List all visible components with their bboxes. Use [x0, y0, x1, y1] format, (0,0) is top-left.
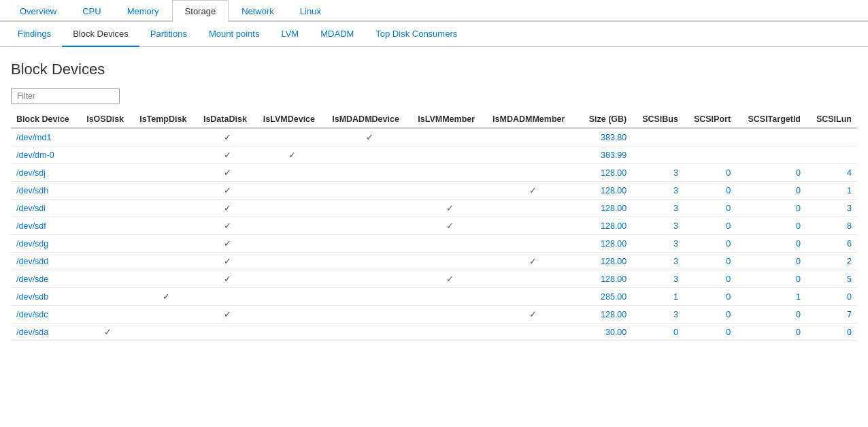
sub-nav-item-top-disk-consumers[interactable]: Top Disk Consumers — [365, 22, 468, 47]
cell-isOsDisk — [81, 235, 134, 253]
cell-isLvmMember — [412, 235, 487, 253]
block-devices-table: Block DeviceIsOSDiskIsTempDiskIsDataDisk… — [11, 111, 857, 341]
cell-isTempDisk — [134, 128, 198, 146]
top-nav-item-cpu[interactable]: CPU — [69, 0, 114, 22]
cell-scsiPort: 0 — [684, 217, 736, 235]
cell-scsiBus: 3 — [632, 253, 684, 270]
cell-isLvmDevice — [258, 235, 327, 253]
cell-scsiBus: 0 — [632, 323, 684, 341]
sub-nav-item-partitions[interactable]: Partitions — [139, 22, 198, 47]
cell-isLvmMember — [412, 128, 487, 146]
cell-isOsDisk — [81, 306, 134, 323]
cell-isDataDisk: ✓ — [198, 270, 258, 288]
cell-isMdadmDevice — [327, 217, 412, 235]
cell-isDataDisk — [198, 288, 258, 306]
cell-isOsDisk — [81, 288, 134, 306]
cell-isLvmMember — [412, 164, 487, 182]
sub-nav-item-mdadm[interactable]: MDADM — [310, 22, 365, 47]
cell-isTempDisk — [134, 323, 198, 341]
cell-isLvmDevice — [258, 182, 327, 200]
cell-isTempDisk — [134, 182, 198, 200]
table-row: /dev/sdd✓✓128.003002 — [11, 253, 857, 270]
top-nav-item-storage[interactable]: Storage — [172, 0, 229, 22]
top-nav-item-linux[interactable]: Linux — [287, 0, 334, 22]
cell-scsiPort: 0 — [684, 200, 736, 217]
cell-isMdadmDevice — [327, 288, 412, 306]
cell-scsiBus: 1 — [632, 288, 684, 306]
sub-nav-item-findings[interactable]: Findings — [7, 22, 62, 47]
cell-device: /dev/sdg — [11, 235, 81, 253]
cell-isMdadmMember: ✓ — [487, 182, 578, 200]
cell-scsiLun — [806, 128, 857, 146]
cell-device: /dev/sdh — [11, 182, 81, 200]
cell-sizeGb: 30.00 — [579, 323, 633, 341]
cell-isLvmMember — [412, 253, 487, 270]
cell-scsiLun: 3 — [806, 200, 857, 217]
cell-isLvmMember — [412, 323, 487, 341]
cell-scsiPort: 0 — [684, 235, 736, 253]
table-row: /dev/sdj✓128.003004 — [11, 164, 857, 182]
cell-isMdadmMember — [487, 217, 578, 235]
cell-isLvmMember — [412, 306, 487, 323]
cell-isLvmDevice — [258, 306, 327, 323]
cell-scsiTargetId: 0 — [736, 306, 806, 323]
cell-isLvmDevice — [258, 288, 327, 306]
cell-isTempDisk — [134, 200, 198, 217]
table-row: /dev/sdb✓285.001010 — [11, 288, 857, 306]
sub-nav-item-block-devices[interactable]: Block Devices — [62, 22, 139, 47]
cell-isMdadmDevice — [327, 235, 412, 253]
cell-isTempDisk — [134, 146, 198, 164]
sub-nav-item-lvm[interactable]: LVM — [270, 22, 310, 47]
cell-isDataDisk: ✓ — [198, 128, 258, 146]
cell-scsiLun: 8 — [806, 217, 857, 235]
cell-isOsDisk — [81, 200, 134, 217]
cell-isDataDisk: ✓ — [198, 217, 258, 235]
cell-isLvmDevice — [258, 217, 327, 235]
sub-nav: FindingsBlock DevicesPartitionsMount poi… — [0, 22, 868, 47]
col-header-isLvmDevice: IsLVMDevice — [258, 111, 327, 128]
filter-input[interactable] — [11, 88, 120, 104]
cell-isMdadmDevice: ✓ — [327, 128, 412, 146]
page-title: Block Devices — [11, 61, 857, 78]
cell-isTempDisk — [134, 235, 198, 253]
cell-scsiLun: 5 — [806, 270, 857, 288]
cell-isDataDisk: ✓ — [198, 182, 258, 200]
col-header-isMdadmMember: IsMDADMMember — [487, 111, 578, 128]
col-header-scsiPort: SCSIPort — [684, 111, 736, 128]
cell-scsiPort: 0 — [684, 182, 736, 200]
cell-isMdadmMember — [487, 270, 578, 288]
col-header-device: Block Device — [11, 111, 81, 128]
cell-isDataDisk: ✓ — [198, 235, 258, 253]
table-row: /dev/sdf✓✓128.003008 — [11, 217, 857, 235]
cell-isMdadmDevice — [327, 164, 412, 182]
cell-sizeGb: 128.00 — [579, 164, 633, 182]
top-nav-item-network[interactable]: Network — [229, 0, 287, 22]
cell-device: /dev/sdi — [11, 200, 81, 217]
cell-isLvmDevice — [258, 128, 327, 146]
cell-scsiTargetId: 0 — [736, 323, 806, 341]
table-row: /dev/sdh✓✓128.003001 — [11, 182, 857, 200]
cell-sizeGb: 383.99 — [579, 146, 633, 164]
cell-isMdadmMember — [487, 323, 578, 341]
cell-isMdadmMember: ✓ — [487, 253, 578, 270]
cell-isDataDisk: ✓ — [198, 200, 258, 217]
cell-device: /dev/sde — [11, 270, 81, 288]
col-header-scsiTargetId: SCSITargetId — [736, 111, 806, 128]
cell-scsiBus: 3 — [632, 200, 684, 217]
top-nav-item-memory[interactable]: Memory — [114, 0, 172, 22]
cell-sizeGb: 383.80 — [579, 128, 633, 146]
cell-scsiLun: 7 — [806, 306, 857, 323]
cell-isLvmMember — [412, 146, 487, 164]
cell-scsiTargetId: 0 — [736, 270, 806, 288]
cell-scsiTargetId: 0 — [736, 200, 806, 217]
col-header-scsiLun: SCSILun — [806, 111, 857, 128]
cell-isOsDisk: ✓ — [81, 323, 134, 341]
col-header-isOsDisk: IsOSDisk — [81, 111, 134, 128]
cell-scsiTargetId: 0 — [736, 182, 806, 200]
table-header-row: Block DeviceIsOSDiskIsTempDiskIsDataDisk… — [11, 111, 857, 128]
sub-nav-item-mount-points[interactable]: Mount points — [198, 22, 270, 47]
table-row: /dev/sde✓✓128.003005 — [11, 270, 857, 288]
top-nav-item-overview[interactable]: Overview — [7, 0, 69, 22]
cell-device: /dev/md1 — [11, 128, 81, 146]
cell-sizeGb: 128.00 — [579, 253, 633, 270]
